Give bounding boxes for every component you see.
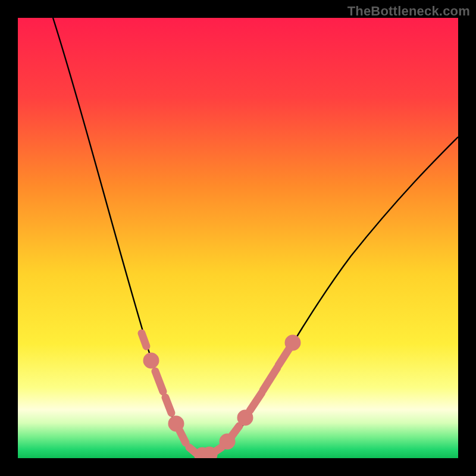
marker-group <box>142 333 297 458</box>
svg-line-10 <box>214 447 221 452</box>
svg-line-6 <box>180 431 186 443</box>
svg-point-2 <box>147 356 155 365</box>
svg-line-16 <box>278 349 289 365</box>
chart-plot <box>18 18 458 458</box>
svg-line-1 <box>142 333 146 346</box>
svg-line-4 <box>165 397 171 413</box>
svg-line-15 <box>263 368 277 390</box>
svg-point-13 <box>241 414 249 422</box>
bottleneck-curve <box>53 18 458 456</box>
svg-line-14 <box>250 393 262 411</box>
watermark-text: TheBottleneck.com <box>347 4 470 19</box>
chart-frame <box>18 18 458 458</box>
svg-point-5 <box>172 419 180 428</box>
svg-line-3 <box>155 371 163 392</box>
svg-line-12 <box>232 426 239 436</box>
svg-point-17 <box>289 339 297 347</box>
